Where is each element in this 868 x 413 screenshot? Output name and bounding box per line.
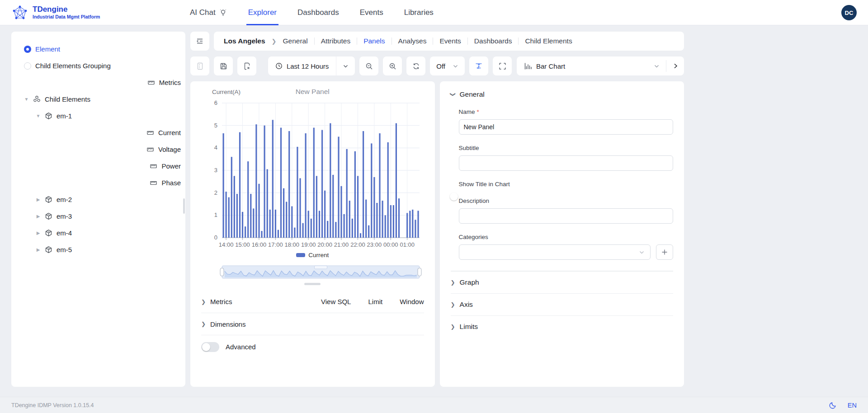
tree-item-label: em-3 bbox=[57, 212, 72, 220]
caret-right-icon[interactable]: ▶ bbox=[36, 247, 41, 252]
bar-chart-plot[interactable]: 012345614:0015:0016:0017:0018:0019:0020:… bbox=[201, 99, 424, 249]
tree-item-em-5[interactable]: ▶em-5 bbox=[16, 241, 181, 258]
metrics-links: View SQLLimitWindow bbox=[321, 298, 424, 305]
tree-item-label: em-4 bbox=[57, 229, 72, 237]
caret-down-icon[interactable]: ▼ bbox=[36, 113, 41, 118]
data-zoom-slider[interactable] bbox=[201, 264, 424, 280]
zoom-out-button[interactable] bbox=[359, 56, 378, 75]
tree-item-phase[interactable]: ▶Phase bbox=[16, 174, 181, 191]
limits-section-header[interactable]: ❯Limits bbox=[451, 315, 674, 338]
caret-right-icon[interactable]: ▶ bbox=[36, 214, 41, 219]
chart-type-dropdown[interactable] bbox=[654, 63, 660, 69]
nav-item-ai-chat[interactable]: AI Chat bbox=[190, 0, 227, 25]
tab-divider bbox=[392, 38, 392, 45]
nav-item-libraries[interactable]: Libraries bbox=[404, 0, 434, 25]
nav-item-dashboards[interactable]: Dashboards bbox=[297, 0, 339, 25]
tab-general[interactable]: General bbox=[283, 37, 308, 45]
description-field-label: Description bbox=[459, 197, 674, 204]
collapse-sidebar-button[interactable] bbox=[190, 32, 209, 51]
chart-type-value[interactable]: Bar Chart bbox=[536, 62, 654, 70]
link-limit[interactable]: Limit bbox=[368, 298, 382, 305]
svg-text:2: 2 bbox=[214, 189, 217, 196]
caret-down-icon[interactable]: ▼ bbox=[24, 97, 29, 102]
metrics-section-header[interactable]: ❯ Metrics View SQLLimitWindow bbox=[201, 291, 424, 313]
caret-right-icon[interactable]: ▶ bbox=[36, 230, 41, 235]
advanced-label: Advanced bbox=[226, 343, 256, 351]
user-avatar[interactable]: DC bbox=[841, 5, 857, 20]
categories-select[interactable] bbox=[459, 244, 651, 260]
graph-section-header[interactable]: ❯Graph bbox=[451, 271, 674, 293]
cube-icon bbox=[45, 196, 52, 203]
chevron-down-icon bbox=[639, 249, 645, 255]
plus-icon bbox=[661, 249, 668, 255]
metric-icon bbox=[146, 145, 154, 153]
chevron-down-icon bbox=[453, 63, 458, 69]
nav-item-events[interactable]: Events bbox=[360, 0, 383, 25]
collapse-inspector-button[interactable] bbox=[666, 60, 684, 72]
dimensions-section-header[interactable]: ❯ Dimensions bbox=[201, 313, 424, 335]
advanced-toggle[interactable] bbox=[201, 342, 219, 352]
link-window[interactable]: Window bbox=[400, 298, 424, 305]
tab-analyses[interactable]: Analyses bbox=[398, 37, 427, 45]
chart-legend[interactable]: Current bbox=[201, 249, 424, 260]
sidebar-resize-handle[interactable] bbox=[183, 198, 185, 214]
subtitle-input[interactable] bbox=[459, 155, 674, 171]
axis-section-header[interactable]: ❯Axis bbox=[451, 293, 674, 315]
radio-icon[interactable] bbox=[24, 46, 31, 53]
discard-panel-button[interactable] bbox=[237, 56, 256, 75]
svg-text:17:00: 17:00 bbox=[268, 241, 283, 248]
section-label: Graph bbox=[460, 278, 479, 286]
data-zoom-button[interactable] bbox=[469, 56, 488, 75]
tree-item-power[interactable]: ▶Power bbox=[16, 158, 181, 174]
tab-dashboards[interactable]: Dashboards bbox=[474, 37, 512, 45]
tree-item-metrics[interactable]: ▶Metrics bbox=[16, 74, 181, 91]
general-section-header[interactable]: ❯ General bbox=[451, 90, 674, 99]
tab-child-elements[interactable]: Child Elements bbox=[525, 37, 572, 45]
add-category-button[interactable] bbox=[656, 244, 673, 260]
brand-name: TDengine bbox=[33, 5, 100, 14]
tree-item-label: Current bbox=[158, 129, 181, 136]
time-range-dropdown-button[interactable] bbox=[336, 56, 355, 75]
svg-text:22:00: 22:00 bbox=[350, 241, 365, 248]
panel-list-button[interactable] bbox=[190, 56, 209, 75]
element-tree-sidebar: ElementChild Elements Grouping▶Metrics▼C… bbox=[11, 32, 185, 387]
tab-divider bbox=[433, 38, 433, 45]
theme-toggle[interactable] bbox=[829, 401, 837, 409]
description-input[interactable] bbox=[459, 208, 674, 224]
horizontal-scrollbar[interactable] bbox=[304, 283, 321, 285]
name-input[interactable] bbox=[459, 119, 674, 135]
tab-attributes[interactable]: Attributes bbox=[321, 37, 350, 45]
nav-item-explorer[interactable]: Explorer bbox=[248, 0, 277, 25]
tree-item-current[interactable]: ▶Current bbox=[16, 124, 181, 141]
legend-label: Current bbox=[308, 252, 329, 258]
language-switch[interactable]: EN bbox=[848, 402, 857, 409]
tree-item-voltage[interactable]: ▶Voltage bbox=[16, 141, 181, 158]
save-button[interactable] bbox=[214, 56, 233, 75]
link-view-sql[interactable]: View SQL bbox=[321, 298, 351, 305]
tree-item-em-2[interactable]: ▶em-2 bbox=[16, 191, 181, 208]
tree-item-child-elements[interactable]: ▼Child Elements bbox=[16, 91, 181, 108]
tab-events[interactable]: Events bbox=[439, 37, 461, 45]
svg-text:21:00: 21:00 bbox=[334, 241, 349, 248]
fullscreen-button[interactable] bbox=[493, 56, 512, 75]
radio-icon[interactable] bbox=[24, 62, 31, 70]
caret-right-icon[interactable]: ▶ bbox=[36, 197, 41, 202]
svg-text:18:00: 18:00 bbox=[284, 241, 299, 248]
scope-radio-child-elements-grouping[interactable]: Child Elements Grouping bbox=[16, 57, 181, 74]
zoom-in-button[interactable] bbox=[383, 56, 402, 75]
section-label: Limits bbox=[460, 323, 478, 331]
group-icon bbox=[33, 95, 41, 103]
tree-item-em-4[interactable]: ▶em-4 bbox=[16, 225, 181, 241]
data-zoom-icon bbox=[475, 62, 483, 70]
scope-radio-element[interactable]: Element bbox=[16, 41, 181, 57]
svg-text:4: 4 bbox=[214, 144, 217, 151]
refresh-button[interactable] bbox=[406, 56, 425, 75]
save-icon bbox=[220, 62, 227, 70]
metrics-label: Metrics bbox=[210, 298, 232, 305]
breadcrumb-root[interactable]: Los Angeles bbox=[224, 37, 265, 45]
tab-panels[interactable]: Panels bbox=[363, 37, 385, 45]
auto-refresh-select[interactable]: Off bbox=[430, 56, 465, 75]
tree-item-em-1[interactable]: ▼em-1 bbox=[16, 108, 181, 124]
tree-item-em-3[interactable]: ▶em-3 bbox=[16, 208, 181, 225]
time-range-button[interactable]: Last 12 Hours bbox=[268, 56, 336, 75]
